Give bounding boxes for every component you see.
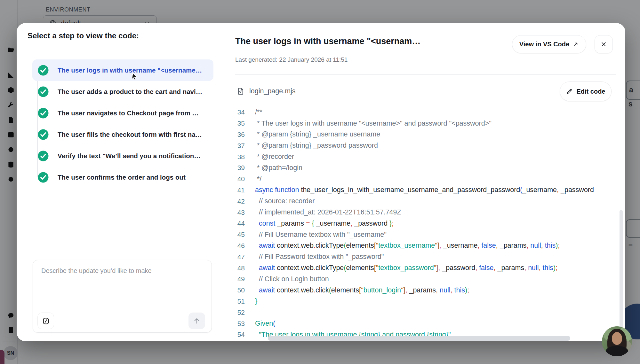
step-label: The user navigates to Checkout page from…	[58, 109, 199, 117]
code-line-44: 44 const _params = { _username, _passwor…	[226, 218, 625, 229]
code-text: await context.web.clickType(elements["te…	[255, 264, 625, 272]
code-file-icon	[236, 87, 245, 96]
edit-code-button[interactable]: Edit code	[560, 81, 612, 101]
code-text: // implemented_at: 2026-01-22T16:51:57.7…	[255, 208, 625, 216]
step-list: The user logs in with username "<usernam…	[32, 59, 213, 188]
code-line-46: 46 await context.web.clickType(elements[…	[226, 240, 625, 252]
line-number: 35	[226, 120, 255, 127]
step-complete-check-icon	[37, 150, 49, 162]
code-text: * @param {string} _username username	[255, 130, 625, 138]
step-item-5[interactable]: Verify the text "We’ll send you a notifi…	[32, 145, 213, 167]
code-line-35: 35 * The user logs in with username "<us…	[226, 118, 625, 129]
code-text: async function the_user_logs_in_with_use…	[255, 186, 625, 194]
step-code-title: The user logs in with username "<usernam…	[235, 36, 491, 46]
code-line-43: 43 // implemented_at: 2026-01-22T16:51:5…	[226, 207, 625, 218]
step-complete-check-icon	[37, 107, 49, 119]
code-text: // Fill Password textbox with "_password…	[255, 253, 625, 261]
line-number: 50	[226, 286, 255, 294]
code-line-52: 52	[226, 307, 625, 318]
horizontal-scrollbar[interactable]	[268, 336, 570, 341]
file-name: login_page.mjs	[249, 87, 296, 95]
line-number: 52	[226, 309, 255, 316]
screen: SN ENVIRONMENT default a s – Select a st…	[0, 0, 640, 364]
line-number: 47	[226, 253, 255, 261]
code-text: // Click on Login button	[255, 275, 625, 283]
code-line-39: 39 * @path=/login	[226, 162, 625, 174]
avatar-face	[612, 332, 622, 345]
update-prompt-input[interactable]	[36, 263, 208, 304]
code-text: * @path=/login	[255, 164, 625, 172]
line-number: 37	[226, 142, 255, 150]
code-line-40: 40 */	[226, 174, 625, 185]
line-number: 45	[226, 231, 255, 238]
line-number: 54	[226, 331, 255, 338]
slash-shortcut-button[interactable]	[37, 313, 54, 329]
code-text: const _params = { _username, _password }…	[255, 220, 625, 228]
step-item-4[interactable]: The user fills the checkout form with fi…	[32, 124, 213, 145]
left-header-divider	[17, 52, 226, 52]
line-number: 53	[226, 320, 255, 328]
step-selector-title: Select a step to view the code:	[28, 31, 139, 40]
code-text: // source: recorder	[255, 197, 625, 205]
last-generated-text: Last generated: 22 January 2026 at 11:51	[235, 56, 348, 63]
code-line-48: 48 await context.web.clickType(elements[…	[226, 262, 625, 274]
line-number: 39	[226, 164, 255, 172]
arrow-up-icon	[192, 316, 201, 325]
code-text: /**	[255, 108, 625, 116]
line-number: 42	[226, 197, 255, 205]
code-text: */	[255, 175, 625, 183]
line-number: 38	[226, 153, 255, 161]
code-line-45: 45 // Fill Username textbox with "_usern…	[226, 229, 625, 240]
step-complete-check-icon	[37, 129, 49, 140]
code-text: await context.web.clickType(elements["te…	[255, 242, 625, 250]
code-line-47: 47 // Fill Password textbox with "_passw…	[226, 251, 625, 262]
slash-key-icon	[42, 317, 50, 325]
line-number: 44	[226, 220, 255, 227]
line-number: 46	[226, 242, 255, 250]
vertical-scrollbar[interactable]	[620, 210, 623, 335]
close-button[interactable]	[595, 35, 613, 53]
code-line-37: 37 * @param {string} _password password	[226, 140, 625, 151]
code-editor[interactable]: 34/**35 * The user logs in with username…	[226, 107, 625, 341]
line-number: 43	[226, 209, 255, 216]
step-item-6[interactable]: The user confirms the order and logs out	[32, 167, 213, 188]
line-number: 51	[226, 298, 255, 305]
step-item-3[interactable]: The user navigates to Checkout page from…	[32, 102, 213, 124]
code-line-51: 51}	[226, 296, 625, 307]
line-number: 49	[226, 275, 255, 283]
step-item-1[interactable]: The user logs in with username "<usernam…	[32, 59, 213, 81]
send-button[interactable]	[188, 313, 205, 329]
code-line-41: 41async function the_user_logs_in_with_u…	[226, 185, 625, 196]
code-line-38: 38 * @recorder	[226, 151, 625, 162]
edit-code-label: Edit code	[576, 88, 605, 95]
step-label: The user adds a product to the cart and …	[58, 88, 202, 96]
step-label: Verify the text "We’ll send you a notifi…	[58, 152, 201, 160]
external-link-icon	[573, 41, 579, 47]
file-row: login_page.mjs	[236, 87, 296, 96]
support-avatar-photo[interactable]	[602, 326, 632, 356]
line-number: 48	[226, 264, 255, 272]
view-in-vscode-label: View in VS Code	[519, 41, 569, 48]
code-viewer-modal: Select a step to view the code: The user…	[17, 23, 625, 341]
close-icon	[600, 41, 607, 48]
code-text: // Fill Username textbox with "_username…	[255, 231, 625, 239]
code-line-34: 34/**	[226, 107, 625, 118]
code-line-50: 50 await context.web.click(elements["but…	[226, 285, 625, 296]
pencil-icon	[566, 88, 573, 95]
step-complete-check-icon	[37, 172, 49, 183]
step-complete-check-icon	[37, 86, 49, 97]
step-label: The user logs in with username "<usernam…	[58, 66, 202, 74]
code-text: await context.web.click(elements["button…	[255, 286, 625, 294]
code-text: }	[255, 297, 625, 305]
update-prompt-box	[33, 260, 212, 333]
line-number: 41	[226, 186, 255, 194]
code-text: * The user logs in with username "<usern…	[255, 120, 625, 128]
right-header-divider	[235, 74, 616, 75]
line-number: 34	[226, 108, 255, 116]
code-line-49: 49 // Click on Login button	[226, 274, 625, 285]
step-label: The user fills the checkout form with fi…	[58, 131, 202, 138]
view-in-vscode-button[interactable]: View in VS Code	[512, 35, 586, 53]
step-label: The user confirms the order and logs out	[58, 174, 186, 181]
code-text: * @recorder	[255, 153, 625, 161]
step-item-2[interactable]: The user adds a product to the cart and …	[32, 81, 213, 102]
